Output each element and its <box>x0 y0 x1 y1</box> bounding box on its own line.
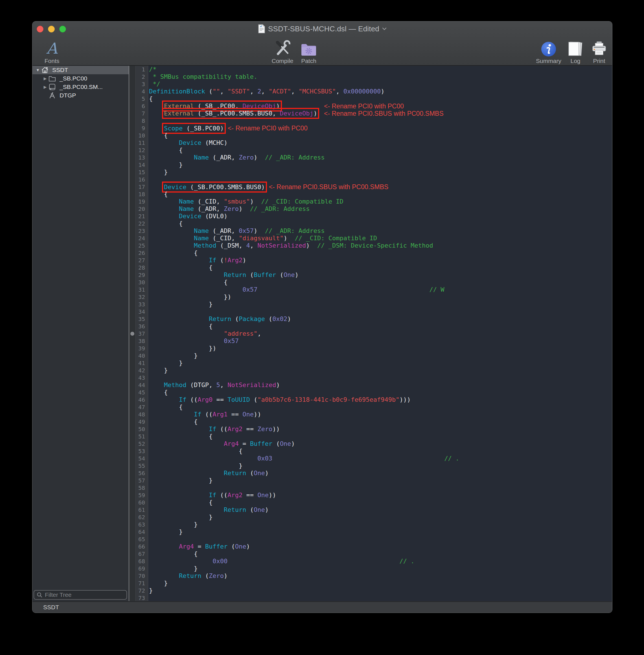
code-token: DeviceObj <box>280 110 314 117</box>
line-number: 10 <box>129 132 148 139</box>
code-token: ( <box>246 506 254 513</box>
line-number: 62 <box>129 514 148 521</box>
line-number: 30 <box>129 279 148 286</box>
code-token: 5 <box>216 381 220 388</box>
code-token: "SSDT" <box>227 88 250 95</box>
code-line: 5{ <box>129 95 612 103</box>
code-token: ( <box>216 257 224 264</box>
code-token: DeviceObj <box>243 103 276 110</box>
code-token: Zero <box>209 572 224 579</box>
code-token <box>149 154 194 161</box>
code-text: Arg4 = Buffer (One) <box>148 440 295 448</box>
code-line: 15 } <box>129 168 612 176</box>
code-token <box>149 572 179 579</box>
line-number: 4 <box>129 88 148 95</box>
document-icon <box>258 24 265 33</box>
code-token: ) <box>265 470 269 477</box>
code-token: , <box>257 330 261 337</box>
tree-item-dtgp[interactable]: ▶ DTGP <box>32 91 129 100</box>
code-text: { <box>148 95 153 103</box>
code-token: ) <box>265 506 269 513</box>
code-editor[interactable]: 1/*2 * SMBus compatibility table.3 */4De… <box>129 66 612 601</box>
code-token: , <box>250 88 258 95</box>
code-token: One <box>254 506 265 513</box>
code-token: ToUUID <box>227 396 250 403</box>
code-token: External <box>164 103 194 110</box>
compile-tools-icon <box>274 39 291 57</box>
line-number: 55 <box>129 462 148 470</box>
compile-button[interactable]: Compile <box>266 38 299 64</box>
code-token: (_SB.PC00) <box>183 125 224 132</box>
code-token: "a0b5b7c6-1318-441c-b0c9-fe695eaf949b" <box>257 396 399 403</box>
code-text: If ((Arg2 == Zero)) <box>148 426 280 433</box>
tree-item-label: DTGP <box>60 92 76 99</box>
code-token: "ACDT" <box>269 88 291 95</box>
code-token: Buffer <box>254 271 276 278</box>
summary-button[interactable]: Summary <box>532 38 566 64</box>
code-line: 41 } <box>129 359 612 367</box>
line-number: 45 <box>129 389 148 396</box>
chevron-down-icon[interactable] <box>382 27 387 30</box>
print-button[interactable]: Print <box>586 38 612 64</box>
code-token <box>149 110 164 117</box>
filter-tree-input[interactable] <box>33 590 127 600</box>
code-token: ) <box>254 154 265 161</box>
tree-item-sb-pc00-smbs[interactable]: ▶ _SB.PC00.SM... <box>32 83 129 91</box>
code-token <box>149 543 179 550</box>
disclosure-open-icon[interactable]: ▼ <box>35 68 41 72</box>
line-number: 7 <box>129 110 148 117</box>
code-token <box>149 455 257 462</box>
code-token: "diagsvault" <box>239 234 284 242</box>
code-text: } <box>148 477 212 484</box>
code-text: }) <box>148 345 216 352</box>
tree-item-label: _SB.PC00 <box>60 75 87 82</box>
code-token <box>149 198 179 205</box>
disclosure-closed-icon[interactable]: ▶ <box>42 76 48 81</box>
code-line: 65 <box>129 536 612 543</box>
code-token: 2 <box>257 88 261 95</box>
line-number: 9 <box>129 125 148 132</box>
code-token: Name <box>179 205 194 212</box>
code-token: , <box>291 88 299 95</box>
line-number: 73 <box>129 594 148 601</box>
line-number: 57 <box>129 477 148 484</box>
patch-highlight-box: Device (_SB.PC00.SMBS.BUS0) <box>164 183 265 190</box>
line-number: 23 <box>129 227 148 234</box>
code-token: ( <box>250 396 258 403</box>
code-text: } <box>148 514 212 521</box>
code-token: Arg2 <box>227 492 243 499</box>
tree-item-ssdt[interactable]: ▼ SSDT <box>32 66 129 74</box>
code-token: { <box>149 418 198 425</box>
line-number: 32 <box>129 293 148 301</box>
code-token: (_ADR, <box>194 205 224 212</box>
patch-annotation: <- Rename PCI0.SBUS with PC00.SMBS <box>324 110 444 117</box>
code-line: 3 */ <box>129 81 612 88</box>
disclosure-closed-icon[interactable]: ▶ <box>42 85 48 89</box>
line-number: 35 <box>129 315 148 323</box>
code-line: 73 <box>129 594 612 601</box>
tree-item-sb-pc00[interactable]: ▶ _SB.PC00 <box>32 74 129 83</box>
code-token: (MCHC) <box>201 139 227 146</box>
code-token: ( <box>227 543 235 550</box>
code-token: "" <box>212 88 220 95</box>
code-token: }) <box>149 293 231 300</box>
fonts-button[interactable]: A Fonts <box>37 38 67 64</box>
code-token: Name <box>179 198 194 205</box>
code-token: ! <box>224 257 227 264</box>
code-token: { <box>149 264 212 271</box>
title-group: SSDT-SBUS-MCHC.dsl — Edited <box>32 21 612 36</box>
code-token <box>149 396 179 403</box>
code-token <box>149 271 224 278</box>
code-token <box>227 558 399 565</box>
code-token: { <box>149 448 243 455</box>
code-token: , <box>220 381 228 388</box>
code-line: 14 } <box>129 161 612 168</box>
code-token: { <box>149 249 198 256</box>
status-bar: SSDT <box>32 601 612 613</box>
code-text: } <box>148 301 212 308</box>
patch-button[interactable]: Patch <box>295 38 323 64</box>
patch-highlight-box: Scope (_SB.PC00) <box>164 125 224 132</box>
log-button[interactable]: Log <box>563 38 588 64</box>
content-area: ▼ SSDT ▶ _SB.PC00 <box>32 66 612 601</box>
line-number: 67 <box>129 550 148 558</box>
